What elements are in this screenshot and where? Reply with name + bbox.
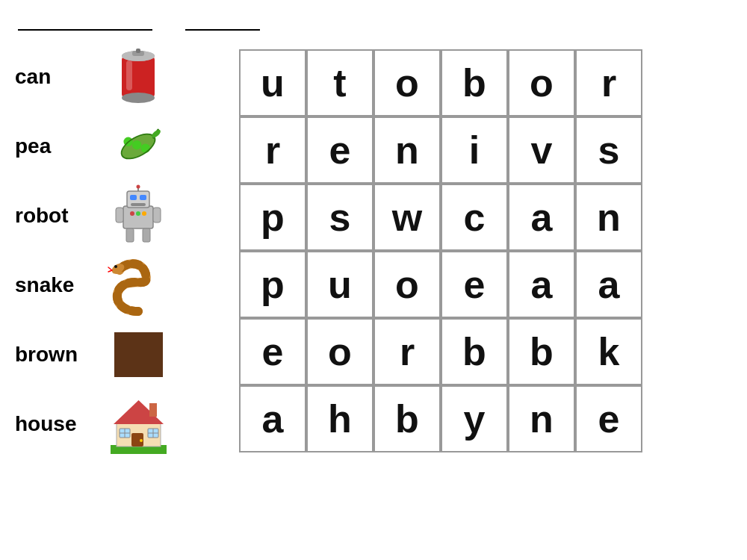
word-list: can p	[15, 42, 217, 458]
svg-rect-20	[131, 203, 146, 206]
grid-cell-1-0[interactable]: r	[239, 116, 306, 184]
word-label-snake: snake	[15, 273, 97, 297]
grid-cell-5-5[interactable]: e	[575, 385, 642, 452]
svg-rect-26	[116, 208, 123, 223]
svg-rect-27	[153, 208, 161, 223]
grid-cell-4-2[interactable]: r	[374, 318, 441, 385]
grid-cell-5-4[interactable]: n	[508, 385, 575, 452]
grid-cell-1-3[interactable]: i	[441, 116, 508, 184]
word-row-house: house	[15, 389, 217, 458]
grid-cell-1-1[interactable]: e	[306, 116, 374, 184]
svg-rect-19	[140, 195, 146, 200]
grid-cell-5-0[interactable]: a	[239, 385, 306, 452]
grid-cell-4-4[interactable]: b	[508, 318, 575, 385]
grid-cell-5-2[interactable]: b	[374, 385, 441, 452]
image-robot	[105, 186, 172, 246]
date-field	[182, 13, 260, 31]
image-house	[105, 394, 172, 454]
grid-cell-2-1[interactable]: s	[306, 184, 374, 251]
grid-cell-0-3[interactable]: b	[441, 49, 508, 116]
grid-cell-4-3[interactable]: b	[441, 318, 508, 385]
word-label-can: can	[15, 65, 97, 89]
grid-cell-2-4[interactable]: a	[508, 184, 575, 251]
svg-rect-24	[126, 228, 134, 242]
svg-point-21	[130, 211, 134, 216]
svg-point-17	[137, 184, 140, 188]
image-brown	[105, 325, 172, 385]
grid-cell-2-3[interactable]: c	[441, 184, 508, 251]
word-label-house: house	[15, 412, 97, 436]
svg-rect-34	[149, 403, 157, 417]
grid-cell-0-1[interactable]: t	[306, 49, 374, 116]
grid-cell-1-2[interactable]: n	[374, 116, 441, 184]
svg-rect-3	[126, 60, 132, 90]
svg-point-2	[122, 93, 155, 103]
word-label-pea: pea	[15, 134, 97, 158]
svg-rect-18	[130, 195, 137, 200]
grid-cell-0-0[interactable]: u	[239, 49, 306, 116]
name-input-line[interactable]	[18, 13, 152, 31]
grid-cell-0-2[interactable]: o	[374, 49, 441, 116]
svg-point-10	[141, 143, 150, 152]
grid-cell-4-1[interactable]: o	[306, 318, 374, 385]
word-row-robot: robot	[15, 181, 217, 250]
grid-cell-2-5[interactable]: n	[575, 184, 642, 251]
word-row-snake: snake	[15, 250, 217, 320]
grid-cell-3-4[interactable]: a	[508, 251, 575, 318]
image-can	[105, 47, 172, 107]
grid-cell-3-1[interactable]: u	[306, 251, 374, 318]
grid-cell-3-3[interactable]: e	[441, 251, 508, 318]
svg-rect-14	[123, 206, 153, 228]
svg-point-9	[132, 140, 141, 149]
grid-cell-1-5[interactable]: s	[575, 116, 642, 184]
svg-rect-25	[143, 228, 150, 242]
grid-cell-5-1[interactable]: h	[306, 385, 374, 452]
header	[0, 0, 747, 34]
image-pea	[105, 116, 172, 176]
grid-cell-4-0[interactable]: e	[239, 318, 306, 385]
svg-point-36	[140, 439, 143, 442]
grid-cell-3-2[interactable]: o	[374, 251, 441, 318]
word-row-pea: pea	[15, 111, 217, 181]
grid-cell-0-4[interactable]: o	[508, 49, 575, 116]
svg-point-23	[142, 211, 146, 216]
name-field	[15, 13, 152, 31]
grid-cell-1-4[interactable]: v	[508, 116, 575, 184]
main-content: can p	[0, 34, 747, 466]
grid-cell-3-0[interactable]: p	[239, 251, 306, 318]
grid-cell-0-5[interactable]: r	[575, 49, 642, 116]
word-label-robot: robot	[15, 204, 97, 228]
grid-cell-5-3[interactable]: y	[441, 385, 508, 452]
word-row-brown: brown	[15, 320, 217, 389]
image-snake	[105, 255, 172, 315]
svg-point-29	[114, 265, 117, 268]
grid-cell-4-5[interactable]: k	[575, 318, 642, 385]
word-search-grid: utoborrenivspswcanpuoeaaeorbbkahbyne	[239, 49, 642, 458]
grid-cell-2-0[interactable]: p	[239, 184, 306, 251]
svg-rect-6	[136, 49, 140, 53]
svg-rect-30	[114, 332, 163, 377]
word-row-can: can	[15, 42, 217, 111]
grid-cell-3-5[interactable]: a	[575, 251, 642, 318]
word-label-brown: brown	[15, 343, 97, 367]
date-input-line[interactable]	[185, 13, 260, 31]
grid-cell-2-2[interactable]: w	[374, 184, 441, 251]
svg-point-22	[136, 211, 140, 216]
